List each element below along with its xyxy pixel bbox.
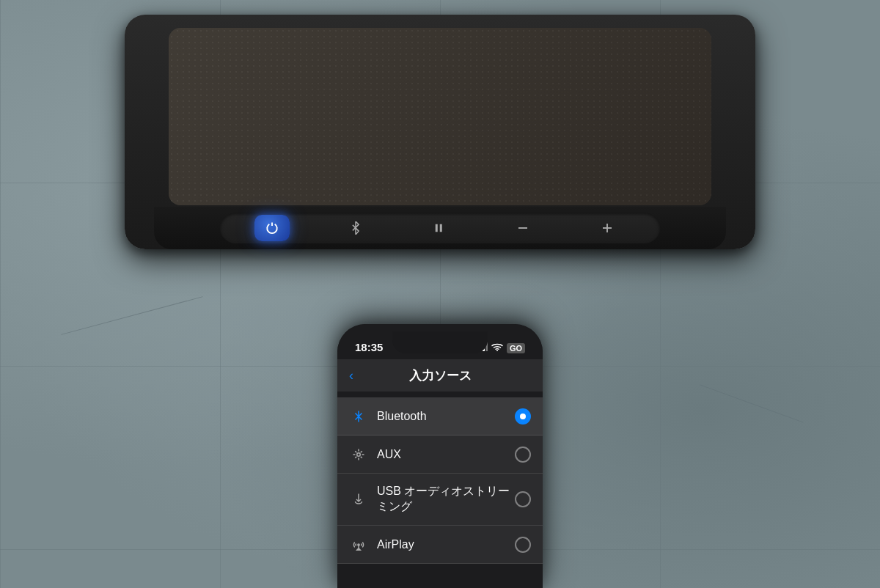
bluetooth-radio xyxy=(515,408,531,425)
airplay-radio xyxy=(515,537,531,553)
volume-up-button[interactable] xyxy=(589,216,626,240)
nav-bar: ‹ 入力ソース xyxy=(337,359,543,392)
power-button[interactable] xyxy=(254,215,290,241)
airplay-label: AirPlay xyxy=(377,538,515,551)
usb-radio xyxy=(515,491,531,507)
phone-notch xyxy=(392,331,488,353)
speaker-grille xyxy=(169,28,711,205)
speaker-container: EDIFIER Hi-Res AUDIO xyxy=(110,15,770,249)
wifi-icon xyxy=(491,342,503,353)
menu-item-usb[interactable]: USB オーディオストリーミング xyxy=(337,474,543,526)
control-rail xyxy=(220,213,660,243)
battery-icon: GO xyxy=(507,343,525,353)
control-bar xyxy=(154,207,726,249)
status-time: 18:35 xyxy=(355,341,383,353)
input-source-menu: Bluetooth AUX xyxy=(337,397,543,564)
nav-back-button[interactable]: ‹ xyxy=(349,368,353,383)
usb-label: USB オーディオストリーミング xyxy=(377,484,515,515)
svg-point-12 xyxy=(358,543,359,545)
svg-point-10 xyxy=(496,350,498,351)
svg-rect-1 xyxy=(436,224,438,232)
bluetooth-button[interactable] xyxy=(337,216,374,240)
menu-item-airplay[interactable]: AirPlay xyxy=(337,526,543,564)
play-pause-button[interactable] xyxy=(421,216,458,240)
bluetooth-label: Bluetooth xyxy=(377,410,515,423)
phone-container: 18:35 xyxy=(337,324,543,588)
usb-menu-icon xyxy=(349,493,368,506)
bluetooth-menu-icon xyxy=(349,410,368,423)
aux-menu-icon xyxy=(349,448,368,461)
aux-radio xyxy=(515,446,531,463)
edifier-speaker: EDIFIER Hi-Res AUDIO xyxy=(125,15,755,249)
smartphone: 18:35 xyxy=(337,324,543,588)
volume-down-button[interactable] xyxy=(505,216,541,240)
menu-item-bluetooth[interactable]: Bluetooth xyxy=(337,397,543,436)
menu-item-aux[interactable]: AUX xyxy=(337,436,543,474)
phone-screen: 18:35 xyxy=(337,324,543,588)
svg-point-11 xyxy=(357,452,361,456)
svg-rect-2 xyxy=(440,224,442,232)
nav-title: 入力ソース xyxy=(409,367,472,384)
aux-label: AUX xyxy=(377,448,515,461)
airplay-menu-icon xyxy=(349,538,368,551)
